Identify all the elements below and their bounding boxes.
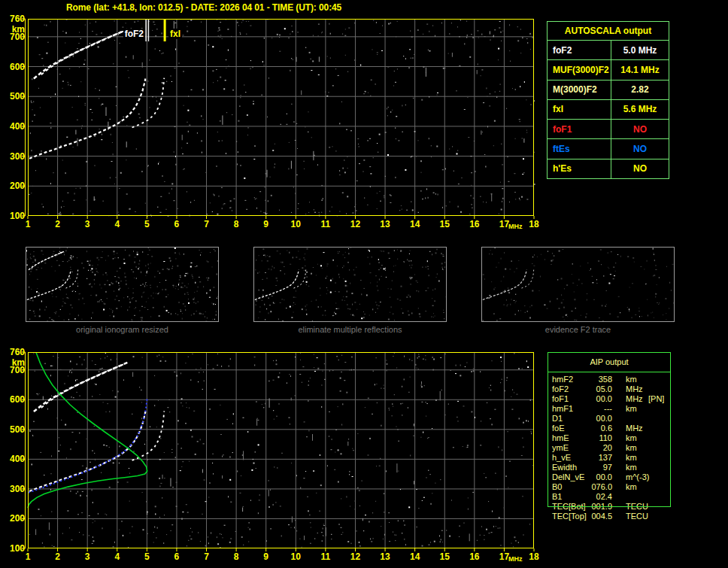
aip-row: hmF2358km — [548, 375, 728, 384]
x-tick-label: 8 — [227, 551, 245, 562]
x-axis-unit: MHz — [508, 223, 523, 230]
x-tick-label: 7 — [198, 551, 216, 562]
y-tick-label: 500 — [2, 91, 25, 102]
autoscala-row-value: NO — [611, 139, 669, 158]
autoscala-row: ftEsNO — [548, 138, 669, 158]
y-tick-label: 300 — [2, 151, 25, 162]
x-tick-label: 3 — [78, 219, 96, 229]
x-tick-label: 8 — [227, 219, 245, 229]
x-tick-label: 13 — [376, 551, 394, 562]
x-tick-label: 15 — [435, 219, 453, 229]
page-title: Rome (lat: +41.8, lon: 012.5) - DATE: 20… — [66, 2, 341, 13]
aip-row: foE0.6MHz — [548, 424, 728, 433]
x-tick-label: 14 — [406, 219, 424, 229]
thumbnail-eliminate-reflections — [253, 247, 447, 322]
y-tick-label: 200 — [2, 513, 25, 524]
x-axis-unit: MHz — [508, 555, 523, 563]
aip-row-unit: MHz — [626, 384, 643, 394]
y-tick-label: 700 — [2, 32, 25, 42]
aip-row-value: 137 — [570, 453, 612, 463]
aip-row-unit: m^(-3) — [626, 472, 649, 482]
y-tick-label: 600 — [2, 394, 25, 405]
thumbnail-caption: evidence F2 trace — [481, 325, 675, 334]
autoscala-row-value: NO — [611, 120, 669, 138]
aip-row-unit: MHz — [626, 394, 643, 404]
fxI-marker-label: fxI — [168, 29, 182, 39]
y-tick-label: 760 — [2, 347, 25, 357]
x-tick-label: 12 — [346, 551, 364, 562]
autoscala-rows: foF25.0 MHzMUF(3000)F214.1 MHzM(3000)F22… — [548, 40, 669, 178]
x-tick-label: 11 — [317, 219, 335, 229]
x-tick-label: 2 — [49, 551, 67, 562]
autoscala-window: Rome (lat: +41.8, lon: 012.5) - DATE: 20… — [0, 0, 728, 568]
thumbnail-canvas — [254, 248, 446, 321]
aip-row: TEC[Top]004.5TECU — [548, 512, 728, 521]
aip-row-label: B0 — [552, 482, 562, 492]
aip-row-value: 00.0 — [570, 472, 612, 482]
autoscala-row-value: 2.82 — [611, 80, 669, 99]
aip-row-label: hmE — [552, 433, 569, 443]
x-tick-label: 10 — [287, 551, 305, 562]
aip-row: Ewidth97km — [548, 463, 728, 472]
aip-row-unit: MHz — [626, 424, 643, 433]
aip-row-value: 001.9 — [570, 502, 612, 512]
thumbnail-canvas — [26, 248, 218, 321]
thumbnail-caption: original ionogram resized — [26, 325, 219, 334]
x-tick-label: 4 — [108, 551, 126, 562]
aip-row-unit: km — [626, 443, 637, 453]
aip-row: ymE20km — [548, 443, 728, 453]
x-tick-label: 13 — [376, 219, 394, 229]
aip-row-unit: TECU — [626, 502, 648, 512]
aip-row-value: 0.6 — [570, 424, 612, 433]
aip-row-value: --- — [570, 404, 612, 414]
x-tick-label: 14 — [406, 551, 424, 562]
autoscala-row-label: MUF(3000)F2 — [548, 60, 611, 79]
thumbnail-original-ionogram — [26, 247, 219, 322]
y-tick-label: 600 — [2, 62, 25, 72]
aip-row-label: foF1 — [552, 394, 569, 404]
x-tick-label: 18 — [525, 219, 543, 229]
autoscala-row-value: 5.6 MHz — [611, 100, 669, 119]
x-tick-label: 2 — [49, 219, 67, 229]
x-tick-label: 6 — [168, 551, 186, 562]
x-tick-label: 16 — [466, 551, 484, 562]
autoscala-row: MUF(3000)F214.1 MHz — [548, 59, 669, 79]
ionogram-plot-canvas — [28, 19, 534, 216]
aip-row-value: 110 — [570, 433, 612, 443]
ionogram-plot — [28, 19, 534, 216]
aip-row: B0076.0km — [548, 482, 728, 492]
autoscala-row: fxI5.6 MHz — [548, 99, 669, 119]
x-tick-label: 9 — [257, 219, 275, 229]
aip-row: foF205.0MHz — [548, 384, 728, 394]
aip-row-label: foF2 — [552, 384, 569, 394]
aip-panel-title: AIP output — [548, 352, 671, 372]
autoscala-row-label: foF2 — [548, 41, 611, 59]
aip-row: hmE110km — [548, 433, 728, 443]
x-tick-label: 10 — [287, 219, 305, 229]
x-tick-label: 16 — [466, 219, 484, 229]
aip-row-label: B1 — [552, 492, 562, 502]
autoscala-row-label: h'Es — [548, 159, 611, 178]
aip-row-unit: km — [626, 453, 637, 463]
aip-header-divider — [548, 372, 671, 372]
aip-row-value: 05.0 — [570, 384, 612, 394]
y-tick-label: 200 — [2, 181, 25, 191]
x-tick-label: 11 — [317, 551, 335, 562]
aip-row: D100.0 — [548, 414, 728, 424]
x-tick-label: 3 — [78, 551, 96, 562]
aip-row-value: 358 — [570, 375, 612, 384]
x-tick-label: 4 — [108, 219, 126, 229]
y-tick-label: 400 — [2, 121, 25, 132]
aip-row-value: 02.4 — [570, 492, 612, 502]
aip-row-value: 004.5 — [570, 512, 612, 521]
aip-row-value: 97 — [570, 463, 612, 472]
x-tick-label: 9 — [257, 551, 275, 562]
aip-row-value: 076.0 — [570, 482, 612, 492]
aip-row: foF100.0MHz[PN] — [548, 394, 728, 404]
profile-plot — [28, 352, 534, 548]
aip-row: DelN_vE00.0m^(-3) — [548, 472, 728, 482]
autoscala-row-value: NO — [611, 159, 669, 178]
autoscala-row: M(3000)F22.82 — [548, 80, 669, 99]
x-tick-label: 1 — [19, 219, 37, 229]
aip-row-label: foE — [552, 424, 565, 433]
